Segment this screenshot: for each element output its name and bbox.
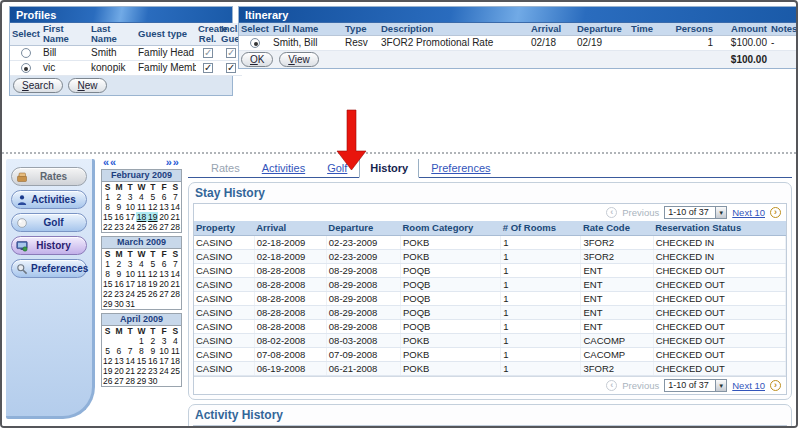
calendar-day[interactable]: 5 — [102, 346, 113, 356]
calendar-day[interactable]: 13 — [158, 269, 169, 279]
calendar-day[interactable]: 12 — [147, 202, 158, 212]
calendar-day[interactable]: 1 — [102, 192, 113, 202]
calendar-day[interactable]: 16 — [113, 279, 124, 289]
calendar-day[interactable]: 7 — [125, 346, 136, 356]
calendar-day[interactable]: 4 — [136, 259, 147, 269]
tab-history[interactable]: History — [359, 159, 419, 178]
calendar-day[interactable]: 29 — [102, 299, 113, 309]
calendar-day[interactable]: 24 — [125, 222, 136, 232]
calendar-day[interactable]: 15 — [136, 356, 147, 366]
itinerary-select-radio[interactable] — [250, 38, 260, 48]
calendar-day[interactable]: 3 — [125, 259, 136, 269]
calendar-day[interactable]: 28 — [125, 376, 136, 386]
calendar-day[interactable]: 9 — [147, 346, 158, 356]
calendar-day[interactable]: 20 — [158, 212, 169, 222]
calendar-day[interactable]: 26 — [147, 289, 158, 299]
calendar-day[interactable]: 13 — [113, 356, 124, 366]
calendar-day[interactable]: 7 — [170, 192, 181, 202]
calendar-day[interactable]: 26 — [147, 222, 158, 232]
calendar-day[interactable]: 30 — [113, 299, 124, 309]
calendar-prev-arrows[interactable]: «« — [103, 157, 117, 168]
calendar-day[interactable]: 13 — [158, 202, 169, 212]
calendar-day[interactable]: 9 — [113, 269, 124, 279]
calendar-day[interactable]: 23 — [113, 289, 124, 299]
calendar-day[interactable]: 15 — [102, 212, 113, 222]
calendar-day[interactable]: 6 — [158, 192, 169, 202]
calendar-day[interactable]: 17 — [125, 279, 136, 289]
calendar-day[interactable]: 18 — [136, 279, 147, 289]
sidebar-item-history[interactable]: History — [11, 236, 87, 255]
calendar-day[interactable]: 22 — [136, 366, 147, 376]
view-button[interactable]: View — [279, 52, 319, 67]
calendar-day[interactable]: 20 — [113, 366, 124, 376]
calendar-day[interactable]: 29 — [136, 376, 147, 386]
profile-select-radio[interactable] — [21, 63, 31, 73]
calendar-next-arrows[interactable]: »» — [166, 157, 180, 168]
calendar-day[interactable]: 21 — [170, 279, 181, 289]
tab-activities[interactable]: Activities — [252, 159, 315, 177]
calendar-day[interactable]: 12 — [147, 269, 158, 279]
calendar-day[interactable]: 27 — [158, 289, 169, 299]
calendar-day[interactable]: 2 — [147, 336, 158, 346]
calendar-day[interactable]: 22 — [102, 289, 113, 299]
record-range-select[interactable]: 1-10 of 37 ▼ — [664, 379, 727, 392]
calendar-day[interactable]: 3 — [158, 336, 169, 346]
calendar-day[interactable]: 15 — [102, 279, 113, 289]
tab-preferences[interactable]: Preferences — [421, 159, 500, 177]
calendar-day[interactable]: 22 — [102, 222, 113, 232]
calendar-day[interactable]: 18 — [136, 212, 147, 222]
calendar-day[interactable]: 10 — [158, 346, 169, 356]
calendar-day[interactable]: 11 — [170, 346, 181, 356]
calendar-day[interactable]: 2 — [113, 192, 124, 202]
calendar-day[interactable]: 30 — [147, 376, 158, 386]
calendar-day[interactable]: 12 — [102, 356, 113, 366]
calendar-day[interactable]: 2 — [113, 259, 124, 269]
calendar-day[interactable]: 19 — [102, 366, 113, 376]
next-10-link[interactable]: Next 10 — [732, 380, 765, 391]
calendar-day[interactable]: 7 — [170, 259, 181, 269]
calendar-day[interactable]: 16 — [113, 212, 124, 222]
calendar-day[interactable]: 31 — [125, 299, 136, 309]
calendar-day[interactable]: 26 — [102, 376, 113, 386]
create-rel-checkbox[interactable] — [203, 63, 213, 73]
calendar-day[interactable]: 24 — [125, 289, 136, 299]
calendar-day[interactable]: 23 — [147, 366, 158, 376]
calendar-day[interactable]: 28 — [170, 289, 181, 299]
calendar-day[interactable]: 21 — [125, 366, 136, 376]
sidebar-item-activities[interactable]: Activities — [11, 190, 87, 209]
calendar-day[interactable]: 27 — [113, 376, 124, 386]
new-button[interactable]: New — [68, 78, 106, 93]
calendar-day[interactable]: 11 — [136, 269, 147, 279]
incl-guest-checkbox[interactable] — [226, 48, 236, 58]
calendar-day[interactable]: 28 — [170, 222, 181, 232]
calendar-day[interactable]: 27 — [158, 222, 169, 232]
calendar-day[interactable]: 19 — [147, 212, 158, 222]
create-rel-checkbox[interactable] — [203, 48, 213, 58]
calendar-day[interactable]: 4 — [136, 192, 147, 202]
calendar-day[interactable]: 25 — [136, 289, 147, 299]
sidebar-item-preferences[interactable]: Preferences — [11, 259, 87, 278]
calendar-day[interactable]: 14 — [125, 356, 136, 366]
calendar-day[interactable]: 4 — [170, 336, 181, 346]
calendar-day[interactable]: 10 — [125, 269, 136, 279]
record-range-select[interactable]: 1-10 of 37 ▼ — [664, 206, 727, 219]
calendar-day[interactable]: 1 — [102, 259, 113, 269]
calendar-day[interactable]: 8 — [102, 202, 113, 212]
calendar-day[interactable]: 20 — [158, 279, 169, 289]
calendar-day[interactable]: 5 — [147, 259, 158, 269]
calendar-day[interactable]: 6 — [113, 346, 124, 356]
next-10-link[interactable]: Next 10 — [732, 207, 765, 218]
calendar-day[interactable]: 14 — [170, 269, 181, 279]
calendar-day[interactable]: 17 — [158, 356, 169, 366]
sidebar-item-golf[interactable]: Golf — [11, 213, 87, 232]
profile-select-radio[interactable] — [21, 48, 31, 58]
calendar-day[interactable]: 24 — [158, 366, 169, 376]
calendar-day[interactable]: 6 — [158, 259, 169, 269]
calendar-day[interactable]: 14 — [170, 202, 181, 212]
calendar-day[interactable]: 3 — [125, 192, 136, 202]
search-button[interactable]: Search — [13, 78, 63, 93]
calendar-day[interactable]: 8 — [136, 346, 147, 356]
calendar-day[interactable]: 25 — [136, 222, 147, 232]
calendar-day[interactable]: 19 — [147, 279, 158, 289]
calendar-day[interactable]: 16 — [147, 356, 158, 366]
